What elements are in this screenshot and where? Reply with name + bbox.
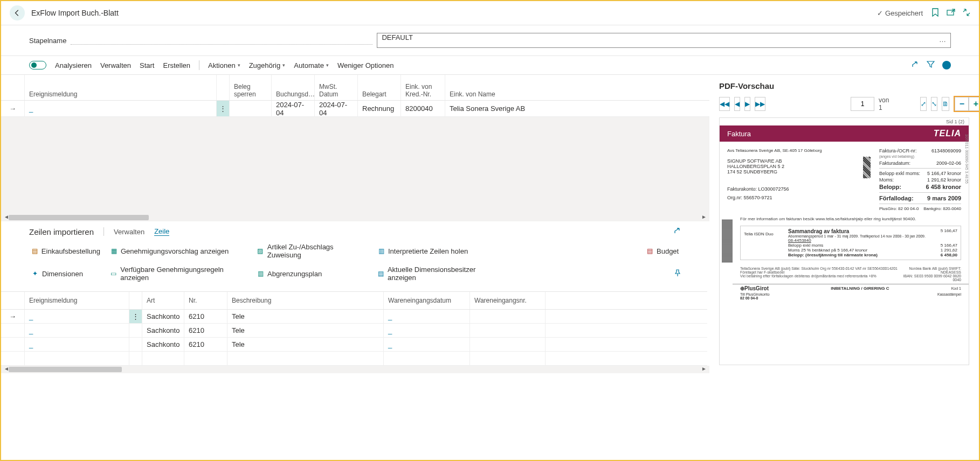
pdf-document[interactable]: Sid 1 (2) Faktura TELIA 1070311 000890-9… xyxy=(719,117,969,365)
share-icon[interactable] xyxy=(911,60,919,70)
col-desc[interactable]: Beschreibung xyxy=(227,292,384,309)
cell-event[interactable]: _ xyxy=(25,338,129,351)
line-row-empty[interactable] xyxy=(1,352,707,366)
col-no[interactable]: Nr. xyxy=(184,292,227,309)
analyze-menu[interactable]: Analysieren xyxy=(55,61,92,69)
cell-wr-date[interactable]: _ xyxy=(384,310,470,323)
cell-wr-no[interactable] xyxy=(470,338,546,351)
col-posting-date[interactable]: Buchungsd… xyxy=(272,75,315,100)
row-menu-icon[interactable] xyxy=(129,324,142,337)
cell-doc-type[interactable]: Rechnung xyxy=(358,101,401,116)
col-lock[interactable]: Beleg sperren xyxy=(230,75,272,100)
cell-type[interactable]: Sachkonto xyxy=(142,324,184,337)
approval-suggestion-action[interactable]: ▦Genehmigungsvorschlag anzeigen xyxy=(108,242,249,260)
row-menu-icon[interactable]: ⋮ xyxy=(129,310,142,323)
col-doc-type[interactable]: Belegart xyxy=(358,75,401,100)
lines-line[interactable]: Zeile xyxy=(154,227,169,236)
rotate-button[interactable]: 🗎 xyxy=(942,97,949,111)
col-vendor-name[interactable]: Eink. von Name xyxy=(445,75,542,100)
zoom-in-button[interactable]: + xyxy=(969,97,980,111)
first-page-button[interactable]: ◀◀ xyxy=(719,97,730,111)
fit-page-button[interactable]: ⤡ xyxy=(931,97,937,111)
page-number-input[interactable] xyxy=(851,97,874,111)
popout-icon[interactable] xyxy=(947,9,955,18)
purchase-order-action[interactable]: ▤Einkaufsbestellung xyxy=(29,242,102,260)
dimensions-action[interactable]: ✦Dimensionen xyxy=(29,264,102,283)
line-row[interactable]: _ Sachkonto 6210 Tele _ xyxy=(1,338,707,352)
col-menu xyxy=(129,292,142,309)
scroll-thumb[interactable] xyxy=(9,215,149,220)
share-lines-icon[interactable] xyxy=(673,227,681,236)
scroll-right-icon[interactable]: ► xyxy=(700,366,708,372)
deferral-plan-action[interactable]: ▥Abgrenzungsplan xyxy=(254,264,370,283)
cell-event[interactable]: _ xyxy=(25,101,217,116)
cell-type[interactable]: Sachkonto xyxy=(142,310,184,323)
col-vendor-no[interactable]: Eink. von Kred.-Nr. xyxy=(401,75,445,100)
item-charge-action[interactable]: ▨Artikel Zu-/Abschlags Zuweisung xyxy=(254,242,370,260)
col-receipt-no[interactable]: Wareneingangsnr. xyxy=(470,292,546,309)
col-vat-date[interactable]: MwSt. Datum xyxy=(315,75,358,100)
filter-icon[interactable] xyxy=(927,60,935,70)
import-journal-grid: Ereignismeldung Beleg sperren Buchungsd…… xyxy=(1,75,709,221)
cell-wr-date[interactable]: _ xyxy=(384,338,470,351)
cell-event[interactable]: _ xyxy=(25,324,129,337)
next-page-button[interactable]: ▶ xyxy=(744,97,750,111)
scroll-right-icon[interactable]: ► xyxy=(700,214,708,220)
col-line-event[interactable]: Ereignismeldung xyxy=(25,292,129,309)
lines-scrollbar[interactable]: ◄ ► xyxy=(1,366,709,373)
col-receipt-date[interactable]: Wareneingangsdatum xyxy=(384,292,470,309)
last-page-button[interactable]: ▶▶ xyxy=(755,97,765,111)
lines-manage[interactable]: Verwalten xyxy=(114,228,144,236)
row-menu-icon[interactable]: ⋮ xyxy=(217,101,230,116)
line-row[interactable]: _ Sachkonto 6210 Tele _ xyxy=(1,324,707,338)
line-row[interactable]: → _ ⋮ Sachkonto 6210 Tele _ xyxy=(1,310,707,324)
dimension-owners-action[interactable]: ▤Aktuelle Dimensionsbesitzer anzeigen xyxy=(375,264,499,283)
interpreted-lines-action[interactable]: ▥Interpretierte Zeilen holen xyxy=(375,242,499,260)
cell-desc[interactable]: Tele xyxy=(227,338,384,351)
cell-type[interactable]: Sachkonto xyxy=(142,338,184,351)
start-menu[interactable]: Start xyxy=(140,61,154,69)
cell-wr-date[interactable]: _ xyxy=(384,324,470,337)
cell-desc[interactable]: Tele xyxy=(227,324,384,337)
scroll-thumb[interactable] xyxy=(9,367,122,372)
horizontal-scrollbar[interactable]: ◄ ► xyxy=(1,214,709,221)
cell-desc[interactable]: Tele xyxy=(227,310,384,323)
approval-rules-action[interactable]: ▭Verfügbare Genehmigungsregeln anzeigen xyxy=(108,264,249,283)
rules-icon: ▭ xyxy=(110,270,117,277)
budget-action[interactable]: ▤Budget xyxy=(644,242,681,260)
cell-vendor-name[interactable]: Telia Sonera Sverige AB xyxy=(445,101,542,116)
cell-wr-no[interactable] xyxy=(470,324,546,337)
info-icon[interactable]: i xyxy=(942,61,951,69)
collapse-icon[interactable] xyxy=(963,9,970,18)
cell-no[interactable]: 6210 xyxy=(184,338,227,351)
cell-vat-date[interactable]: 2024-07-04 xyxy=(315,101,358,116)
back-button[interactable] xyxy=(10,5,25,20)
col-event[interactable]: Ereignismeldung xyxy=(25,75,217,100)
cell-wr-no[interactable] xyxy=(470,310,546,323)
cell-no[interactable]: 6210 xyxy=(184,324,227,337)
manage-menu[interactable]: Verwalten xyxy=(100,61,131,69)
journal-row[interactable]: → _ ⋮ 2024-07-04 2024-07-04 Rechnung 820… xyxy=(1,101,709,117)
chevron-down-icon: ▾ xyxy=(282,62,285,68)
analyze-toggle[interactable] xyxy=(29,61,46,69)
cell-vendor-no[interactable]: 8200040 xyxy=(401,101,445,116)
cell-posting-date[interactable]: 2024-07-04 xyxy=(272,101,315,116)
prev-page-button[interactable]: ◀ xyxy=(734,97,740,111)
row-menu-icon[interactable] xyxy=(129,338,142,351)
automate-menu[interactable]: Automate▾ xyxy=(294,61,329,69)
cell-lock[interactable] xyxy=(230,101,272,116)
create-menu[interactable]: Erstellen xyxy=(163,61,191,69)
stapelname-input[interactable]: DEFAULT xyxy=(377,33,951,48)
recipient-address: SIGNUP SOFTWARE AB HALLONBERGSPLAN 5 2 1… xyxy=(727,158,858,174)
cell-event[interactable]: _ xyxy=(25,310,129,323)
bookmark-icon[interactable] xyxy=(931,8,939,18)
related-menu[interactable]: Zugehörig▾ xyxy=(249,61,286,69)
zoom-out-button[interactable]: − xyxy=(955,97,969,111)
actions-menu[interactable]: Aktionen▾ xyxy=(208,61,240,69)
cell-no[interactable]: 6210 xyxy=(184,310,227,323)
pin-icon[interactable] xyxy=(674,269,681,278)
invoice-footer: TeliaSonera Sverige AB (publ) Säte: Stoc… xyxy=(733,264,969,284)
fit-width-button[interactable]: ⤢ xyxy=(920,97,927,111)
col-type[interactable]: Art xyxy=(142,292,184,309)
fewer-options[interactable]: Weniger Optionen xyxy=(337,61,394,69)
